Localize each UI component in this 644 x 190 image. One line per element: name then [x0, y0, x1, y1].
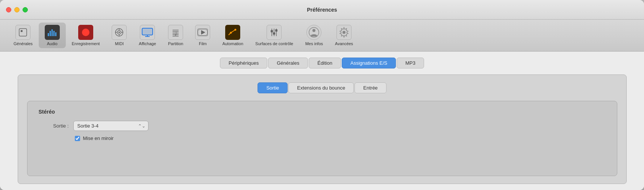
title-bar: Préférences: [0, 0, 644, 20]
maximize-button[interactable]: [23, 7, 28, 12]
checkbox-row: Mise en miroir: [39, 135, 606, 141]
svg-rect-31: [206, 34, 208, 36]
partition-label: Partition: [168, 41, 183, 46]
svg-point-33: [235, 29, 236, 31]
enregistrement-label: Enregistrement: [72, 41, 100, 46]
svg-rect-5: [53, 31, 55, 36]
svg-rect-4: [52, 29, 53, 36]
affichage-icon: [140, 25, 155, 40]
subtab-sortie[interactable]: Sortie: [258, 82, 288, 93]
svg-rect-29: [206, 29, 208, 30]
toolbar-item-mesinfos[interactable]: Mes infos: [299, 23, 329, 48]
tab-mp3[interactable]: MP3: [397, 58, 424, 68]
toolbar-item-surfaces[interactable]: Surfaces de contrôle: [249, 23, 299, 48]
affichage-label: Affichage: [139, 41, 156, 46]
svg-rect-30: [198, 34, 199, 36]
avancees-icon: [336, 25, 352, 40]
svg-rect-28: [198, 29, 199, 30]
window-controls: [6, 7, 28, 12]
toolbar: Générales Audio Enregistre: [0, 20, 644, 52]
preferences-window: Préférences Générales: [0, 0, 644, 190]
tab-generales[interactable]: Générales: [268, 58, 308, 68]
svg-point-32: [230, 32, 232, 34]
avancees-label: Avancées: [335, 41, 353, 46]
sortie-select[interactable]: Sortie 1-2 Sortie 3-4 Sortie 5-6: [73, 121, 148, 131]
toolbar-item-film[interactable]: Film: [189, 23, 216, 48]
svg-rect-39: [275, 29, 277, 32]
toolbar-item-audio[interactable]: Audio: [39, 23, 66, 48]
film-label: Film: [199, 41, 207, 46]
surfaces-label: Surfaces de contrôle: [255, 41, 293, 46]
svg-rect-16: [142, 28, 153, 35]
toolbar-item-partition[interactable]: ♩ Partition: [162, 23, 189, 48]
section-title: Stéréo: [39, 109, 606, 115]
minimize-button[interactable]: [14, 7, 20, 12]
film-icon: [195, 25, 210, 40]
sortie-field-row: Sortie : Sortie 1-2 Sortie 3-4 Sortie 5-…: [39, 121, 606, 131]
midi-icon: [112, 25, 127, 40]
miroir-checkbox[interactable]: [75, 136, 80, 141]
main-content: Périphériques Générales Édition Assignat…: [0, 52, 644, 190]
svg-point-41: [312, 29, 315, 32]
svg-point-7: [82, 29, 89, 36]
generales-label: Générales: [14, 41, 33, 46]
mesinfos-label: Mes infos: [305, 41, 323, 46]
content-area: Stéréo Sortie : Sortie 1-2 Sortie 3-4 So…: [27, 101, 617, 176]
svg-rect-2: [48, 33, 49, 36]
toolbar-item-enregistrement[interactable]: Enregistrement: [66, 23, 106, 48]
tab-bar: Périphériques Générales Édition Assignat…: [220, 58, 424, 68]
sortie-label: Sortie :: [46, 123, 69, 129]
svg-point-10: [118, 32, 120, 33]
window-title: Préférences: [307, 7, 337, 13]
tab-assignations[interactable]: Assignations E/S: [342, 58, 396, 68]
audio-icon: [45, 25, 60, 40]
audio-label: Audio: [47, 41, 58, 46]
sub-tab-bar: Sortie Extensions du bounce Entrée: [258, 82, 386, 93]
close-button[interactable]: [6, 7, 11, 12]
generales-icon: [15, 25, 30, 40]
toolbar-item-automation[interactable]: Automation: [216, 23, 249, 48]
svg-rect-3: [50, 31, 51, 36]
svg-rect-6: [55, 32, 56, 36]
svg-marker-27: [201, 30, 205, 35]
midi-label: MIDI: [115, 41, 124, 46]
toolbar-item-avancees[interactable]: Avancées: [329, 23, 359, 48]
svg-rect-37: [271, 30, 273, 32]
automation-label: Automation: [222, 41, 243, 46]
mesinfos-icon: [306, 25, 321, 40]
tab-peripheriques[interactable]: Périphériques: [220, 58, 267, 68]
partition-icon: ♩: [168, 25, 183, 40]
tab-edition[interactable]: Édition: [309, 58, 341, 68]
svg-rect-38: [273, 32, 275, 35]
checkbox-label: Mise en miroir: [83, 135, 114, 141]
automation-icon: [225, 25, 240, 40]
svg-text:♩: ♩: [174, 30, 177, 36]
svg-rect-0: [19, 29, 27, 36]
svg-point-42: [342, 31, 345, 34]
surfaces-icon: [267, 25, 282, 40]
enregistrement-icon: [78, 25, 93, 40]
toolbar-item-midi[interactable]: MIDI: [106, 23, 133, 48]
sortie-select-wrapper: Sortie 1-2 Sortie 3-4 Sortie 5-6 ⌃⌄: [73, 121, 148, 131]
inner-panel: Sortie Extensions du bounce Entrée Stéré…: [18, 74, 627, 184]
toolbar-item-affichage[interactable]: Affichage: [133, 23, 162, 48]
subtab-entree[interactable]: Entrée: [355, 82, 386, 93]
toolbar-item-generales[interactable]: Générales: [8, 23, 39, 48]
subtab-bounce[interactable]: Extensions du bounce: [288, 82, 354, 93]
svg-rect-1: [21, 30, 23, 32]
